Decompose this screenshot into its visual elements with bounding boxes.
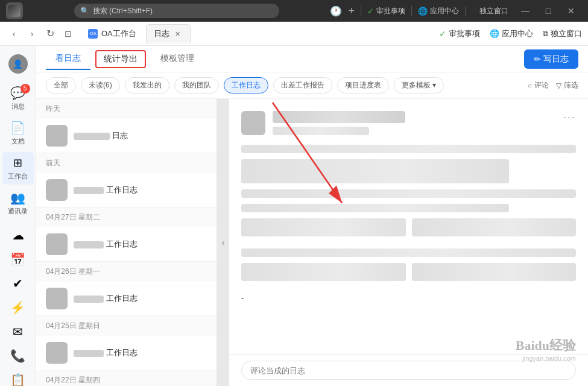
tab-close-button[interactable]: ✕ [173, 29, 183, 39]
filter-team[interactable]: 我的团队 [174, 77, 219, 93]
titlebar-divider3 [465, 6, 466, 16]
sidebar-item-clipboard[interactable]: 📋 [2, 369, 34, 386]
titlebar-divider2 [411, 6, 412, 16]
tab-oa-icon: OA [88, 29, 98, 39]
sidebar-item-phone[interactable]: 📞 [2, 345, 34, 367]
sidebar-avatar[interactable]: 👤 [2, 51, 34, 77]
filter-mine[interactable]: 我发出的 [125, 77, 169, 93]
detail-more-button[interactable]: ··· [563, 111, 576, 124]
detail-body: - [241, 145, 576, 302]
detail-avatar [241, 111, 265, 135]
list-collapse-button[interactable]: ‹ [217, 99, 229, 386]
sidebar-item-mail[interactable]: ✉ [2, 321, 34, 343]
avatar: 👤 [8, 54, 28, 74]
filter-business-trip[interactable]: 出差工作报告 [273, 77, 332, 93]
app-center-nav-label: 应用中心 [502, 28, 533, 39]
expand-button[interactable]: ⊡ [60, 26, 76, 42]
blur-line-4 [241, 248, 576, 257]
blur-line-3 [241, 204, 509, 212]
filter-project-progress[interactable]: 项目进度表 [337, 77, 389, 93]
blur-block-1 [241, 159, 509, 183]
list-item[interactable]: 工作日志 [36, 282, 217, 316]
comment-input[interactable] [241, 361, 576, 380]
sidebar-item-messages[interactable]: 5 💬 消息 [2, 82, 34, 115]
list-item[interactable]: 工作日志 [36, 227, 217, 262]
tab-journal-label: 日志 [154, 28, 169, 39]
add-tab-icon[interactable]: + [348, 5, 355, 17]
forward-button[interactable]: › [24, 26, 40, 42]
window-controls: — □ ✕ [514, 2, 582, 19]
app-center-nav-action[interactable]: 🌐 应用中心 [490, 28, 533, 39]
docs-label: 文档 [11, 137, 25, 146]
item-title: 工作日志 [74, 239, 207, 250]
sidebar-item-calendar[interactable]: 📅 [2, 248, 34, 270]
standalone-nav-icon: ⧉ [543, 29, 548, 39]
filter-filter[interactable]: ▽ 筛选 [556, 80, 578, 90]
approve-label: 审批事项 [376, 6, 405, 16]
sidebar: 👤 5 💬 消息 📄 文档 ⊞ 工作台 👥 通讯录 ☁ 📅 ✔ [0, 46, 36, 386]
item-content: 工作日志 [74, 347, 207, 358]
minimize-button[interactable]: — [514, 2, 536, 19]
sidebar-item-docs[interactable]: 📄 文档 [2, 117, 34, 150]
tab-template-manage[interactable]: 模板管理 [151, 48, 204, 70]
list-item[interactable]: 日志 [36, 119, 217, 153]
approve-action[interactable]: ✓ 审批事项 [367, 6, 405, 16]
approve-nav-action[interactable]: ✓ 审批事项 [439, 28, 480, 39]
sidebar-item-workbench[interactable]: ⊞ 工作台 [2, 152, 34, 185]
item-avatar [46, 179, 68, 201]
blur-row-2 [241, 263, 576, 287]
sidebar-item-flash[interactable]: ⚡ [2, 297, 34, 318]
history-icon[interactable]: 🕐 [330, 5, 342, 17]
app-tab-bar: 看日志 统计导出 模板管理 ✏ 写日志 [36, 46, 588, 72]
messages-label: 消息 [11, 102, 25, 111]
filter-unread[interactable]: 未读(6) [81, 77, 120, 93]
separator: - [241, 293, 576, 302]
titlebar-actions: 🕐 + ✓ 审批事项 🌐 应用中心 ⧉ 独立窗口 — □ ✕ [330, 2, 582, 19]
navbar: ‹ › ↻ ⊡ OA OA工作台 日志 ✕ ✓ 审批事项 🌐 应用中心 ⧉ 独立… [0, 22, 588, 46]
tab-oa-label: OA工作台 [101, 28, 136, 39]
date-header-apr25: 04月25日 星期日 [36, 316, 217, 336]
search-bar[interactable]: 🔍 搜索 (Ctrl+Shift+F) [74, 4, 279, 18]
comment-radio-icon: ○ [528, 81, 532, 90]
item-avatar [46, 125, 68, 147]
write-journal-button[interactable]: ✏ 写日志 [524, 49, 578, 69]
filter-all[interactable]: 全部 [46, 77, 76, 93]
standalone-nav-action[interactable]: ⧉ 独立窗口 [543, 28, 582, 39]
journal-list: 昨天 日志 前天 工作日志 04月27日 星期二 [36, 99, 217, 386]
filter-bar-right: ○ 评论 ▽ 筛选 [528, 80, 578, 90]
item-avatar [46, 233, 68, 255]
date-header-yesterday: 昨天 [36, 99, 217, 119]
approve-nav-label: 审批事项 [449, 28, 480, 39]
tab-journal[interactable]: 日志 ✕ [146, 24, 191, 43]
filter-icon: ▽ [556, 81, 561, 90]
app-center-action[interactable]: 🌐 应用中心 [418, 6, 459, 16]
close-button[interactable]: ✕ [560, 2, 582, 19]
approve-nav-icon: ✓ [439, 29, 446, 39]
filter-work-journal[interactable]: 工作日志 [224, 77, 268, 93]
item-title: 工作日志 [74, 347, 207, 358]
maximize-button[interactable]: □ [537, 2, 559, 19]
sidebar-item-cloud[interactable]: ☁ [2, 224, 34, 246]
list-item[interactable]: 工作日志 [36, 173, 217, 207]
tab-view-journal[interactable]: 看日志 [46, 48, 90, 70]
back-button[interactable]: ‹ [6, 26, 22, 42]
item-title: 工作日志 [74, 185, 207, 195]
contacts-icon: 👥 [11, 191, 25, 205]
tab-stats-export[interactable]: 统计导出 [95, 50, 146, 68]
filter-comment[interactable]: ○ 评论 [528, 80, 549, 90]
app-center-nav-icon: 🌐 [490, 29, 499, 38]
filter-more-templates[interactable]: 更多模板 ▾ [394, 77, 444, 93]
standalone-icon: ⧉ [472, 6, 477, 16]
search-placeholder: 搜索 (Ctrl+Shift+F) [93, 6, 153, 16]
phone-icon: 📞 [11, 349, 25, 363]
item-avatar [46, 342, 68, 364]
sidebar-item-contacts[interactable]: 👥 通讯录 [2, 187, 34, 220]
date-header-apr27: 04月27日 星期二 [36, 207, 217, 227]
sidebar-item-task[interactable]: ✔ [2, 273, 34, 294]
tab-oa[interactable]: OA OA工作台 [81, 24, 144, 43]
standalone-action[interactable]: ⧉ 独立窗口 [472, 6, 508, 16]
filter-bar: 全部 未读(6) 我发出的 我的团队 工作日志 出差工作报告 项目进度表 更多模… [36, 72, 588, 99]
calendar-icon: 📅 [11, 252, 25, 267]
refresh-button[interactable]: ↻ [42, 26, 58, 42]
list-item[interactable]: 工作日志 [36, 336, 217, 370]
